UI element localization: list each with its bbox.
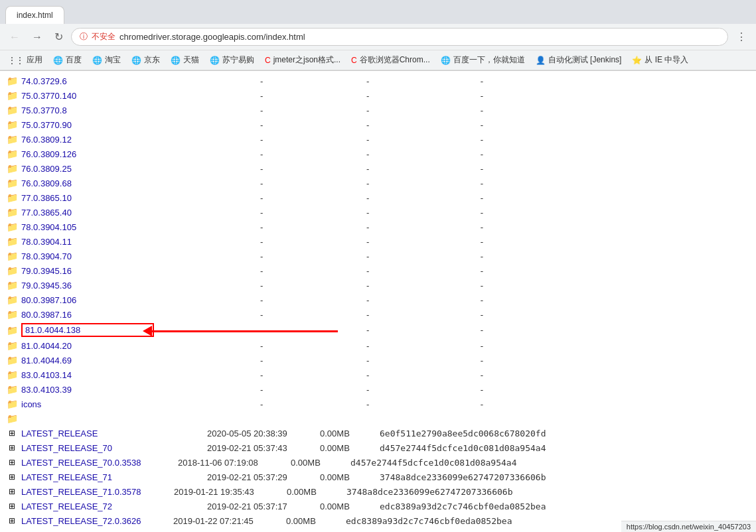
file-link[interactable]: icons bbox=[21, 399, 154, 409]
file-link[interactable]: 80.0.3987.16 bbox=[21, 310, 154, 320]
file-link[interactable]: 78.0.3904.11 bbox=[21, 237, 154, 247]
file-link[interactable]: 79.0.3945.36 bbox=[21, 281, 154, 291]
file-link[interactable]: 76.0.3809.25 bbox=[21, 164, 154, 174]
security-icon: ⓘ bbox=[80, 31, 88, 42]
file-date: - bbox=[260, 237, 366, 247]
more-button[interactable]: ⋮ bbox=[732, 29, 751, 44]
bookmark-apps[interactable]: ⋮⋮ 应用 bbox=[5, 53, 45, 67]
file-link[interactable]: 76.0.3809.126 bbox=[21, 149, 154, 159]
address-bar[interactable]: ⓘ 不安全 chromedriver.storage.googleapis.co… bbox=[71, 28, 728, 46]
file-link[interactable]: LATEST_RELEASE bbox=[21, 429, 154, 438]
list-item: 📁 76.0.3809.68 - - - bbox=[0, 176, 756, 190]
folder-icon: 📁 bbox=[5, 251, 19, 261]
bookmark-tianmao[interactable]: 🌐 天猫 bbox=[168, 53, 202, 67]
security-label: 不安全 bbox=[92, 31, 115, 42]
file-size: - bbox=[366, 385, 413, 395]
list-item: 📁 78.0.3904.11 - - - bbox=[0, 234, 756, 249]
file-size: 0.00MB bbox=[320, 429, 366, 438]
list-item: 📁 76.0.3809.25 - - - bbox=[0, 161, 756, 176]
file-link[interactable]: 74.0.3729.6 bbox=[21, 76, 154, 86]
file-hash: - bbox=[479, 135, 485, 145]
list-item: ⊞ LATEST_RELEASE_71.0.3578 2019-01-21 19… bbox=[0, 484, 756, 499]
bookmark-ie[interactable]: ⭐ 从 IE 中导入 bbox=[629, 53, 691, 67]
status-bar: https://blog.csdn.net/weixin_40457203 bbox=[621, 521, 756, 532]
file-link[interactable]: LATEST_RELEASE_70 bbox=[21, 443, 154, 453]
file-link[interactable]: LATEST_RELEASE_70.0.3538 bbox=[21, 458, 154, 468]
file-size: - bbox=[366, 370, 413, 380]
bookmark-chrome[interactable]: C 谷歌浏览器Chrom... bbox=[348, 53, 433, 67]
folder-icon: 📁 bbox=[5, 90, 19, 101]
back-button[interactable]: ← bbox=[5, 30, 24, 44]
file-size: - bbox=[366, 251, 413, 261]
bookmark-jmeter[interactable]: C jmeter之json格式... bbox=[262, 53, 343, 67]
file-size: - bbox=[366, 105, 413, 115]
file-link[interactable]: 78.0.3904.70 bbox=[21, 251, 154, 261]
file-size: - bbox=[366, 341, 413, 351]
bookmark-suning[interactable]: 🌐 苏宁易购 bbox=[207, 53, 257, 67]
reload-button[interactable]: ↻ bbox=[50, 29, 67, 44]
list-item: 📁 79.0.3945.16 - - - bbox=[0, 263, 756, 278]
bookmark-jenkins[interactable]: 👤 自动化测试 [Jenkins] bbox=[533, 53, 625, 67]
status-url: https://blog.csdn.net/weixin_40457203 bbox=[627, 523, 751, 531]
file-link[interactable]: 75.0.3770.90 bbox=[21, 120, 154, 130]
file-hash: - bbox=[479, 105, 485, 115]
folder-icon: 📁 bbox=[5, 295, 19, 305]
file-link[interactable]: 83.0.4103.14 bbox=[21, 370, 154, 380]
file-size: - bbox=[366, 149, 413, 159]
file-link[interactable]: 81.0.4044.20 bbox=[21, 341, 154, 351]
list-item: ⊞ LATEST_RELEASE_70 2019-02-21 05:37:43 … bbox=[0, 440, 756, 455]
file-size: - bbox=[366, 222, 413, 232]
active-tab[interactable]: index.html bbox=[5, 6, 64, 24]
file-link[interactable]: 83.0.4103.39 bbox=[21, 385, 154, 395]
file-link[interactable]: LATEST_RELEASE_72 bbox=[21, 501, 154, 511]
file-hash: - bbox=[479, 266, 485, 276]
file-link[interactable]: LATEST_RELEASE_71 bbox=[21, 472, 154, 482]
file-hash: - bbox=[479, 193, 485, 203]
file-date: - bbox=[260, 295, 366, 305]
file-link[interactable]: 75.0.3770.8 bbox=[21, 105, 154, 115]
file-size: - bbox=[366, 295, 413, 305]
file-size: - bbox=[366, 237, 413, 247]
file-date: - bbox=[260, 149, 366, 159]
file-size: 0.00MB bbox=[320, 501, 366, 511]
file-hash: - bbox=[479, 76, 485, 86]
bookmark-taobao[interactable]: 🌐 淘宝 bbox=[90, 53, 123, 67]
bookmark-jd[interactable]: 🌐 京东 bbox=[129, 53, 163, 67]
list-item: ⊞ LATEST_RELEASE_71 2019-02-21 05:37:29 … bbox=[0, 470, 756, 484]
file-size: - bbox=[366, 208, 413, 218]
file-link[interactable]: 78.0.3904.105 bbox=[21, 222, 154, 232]
file-hash: - bbox=[479, 222, 485, 232]
file-date: - bbox=[260, 120, 366, 130]
folder-icon: 📁 bbox=[5, 76, 19, 86]
file-link[interactable]: 76.0.3809.68 bbox=[21, 178, 154, 188]
file-link-highlighted[interactable]: 81.0.4044.138 bbox=[21, 323, 154, 337]
file-link[interactable]: 79.0.3945.16 bbox=[21, 266, 154, 276]
file-size: - bbox=[366, 164, 413, 174]
file-link[interactable]: 77.0.3865.10 bbox=[21, 193, 154, 203]
list-item: 📁 78.0.3904.105 - - - bbox=[0, 220, 756, 234]
nav-bar: ← → ↻ ⓘ 不安全 chromedriver.storage.googlea… bbox=[0, 24, 756, 50]
file-grid-icon: ⊞ bbox=[5, 515, 19, 526]
file-grid-icon: ⊞ bbox=[5, 472, 19, 482]
file-date: - bbox=[260, 310, 366, 320]
file-size: - bbox=[366, 120, 413, 130]
bookmark-baidusearch[interactable]: 🌐 百度一下，你就知道 bbox=[438, 53, 528, 67]
file-link[interactable]: 80.0.3987.106 bbox=[21, 295, 154, 305]
folder-icon: 📁 bbox=[5, 325, 19, 336]
browser-chrome: index.html ← → ↻ ⓘ 不安全 chromedriver.stor… bbox=[0, 0, 756, 71]
file-link[interactable]: 75.0.3770.140 bbox=[21, 91, 154, 101]
file-link[interactable]: LATEST_RELEASE_72.0.3626 bbox=[21, 516, 154, 526]
forward-button[interactable]: → bbox=[28, 30, 46, 44]
file-size: - bbox=[366, 399, 413, 409]
file-link[interactable]: 81.0.4044.69 bbox=[21, 356, 154, 366]
bookmark-baidu[interactable]: 🌐 百度 bbox=[50, 53, 84, 67]
file-hash: 3748a8dce2336099e62747207336606b bbox=[380, 472, 546, 482]
list-item: 📁 76.0.3809.12 - - - bbox=[0, 132, 756, 147]
file-link[interactable]: 76.0.3809.12 bbox=[21, 135, 154, 145]
file-size: - bbox=[366, 281, 413, 291]
file-link[interactable]: LATEST_RELEASE_71.0.3578 bbox=[21, 487, 154, 497]
file-link[interactable]: 77.0.3865.40 bbox=[21, 208, 154, 218]
file-hash: 3748a8dce2336099e62747207336606b bbox=[346, 487, 512, 497]
file-size: - bbox=[366, 135, 413, 145]
file-size: - bbox=[366, 76, 413, 86]
